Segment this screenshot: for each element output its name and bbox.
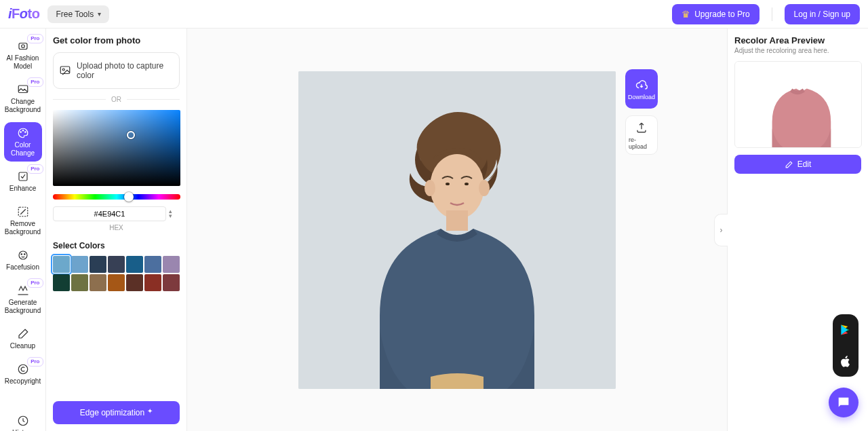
edge-label: Edge optimization (80, 408, 144, 417)
login-button[interactable]: Log in / Sign up (785, 4, 860, 24)
login-label: Log in / Sign up (794, 10, 850, 19)
pro-badge: Pro (27, 34, 43, 43)
color-swatch[interactable] (163, 256, 180, 273)
preview-title: Recolor Area Preview (734, 35, 861, 45)
color-swatch[interactable] (163, 274, 180, 291)
svg-point-8 (19, 251, 27, 259)
image-upload-icon (59, 64, 71, 77)
face-icon (16, 248, 30, 262)
chat-fab[interactable] (829, 388, 859, 417)
pro-badge: Pro (27, 357, 43, 367)
google-play-link[interactable] (833, 314, 859, 345)
svg-point-19 (479, 180, 490, 196)
nav-remove-background[interactable]: Remove Background (4, 201, 42, 240)
svg-point-1 (21, 45, 24, 48)
or-label: OR (111, 96, 121, 103)
reupload-button[interactable]: re-upload (625, 115, 658, 155)
hue-thumb[interactable] (124, 192, 134, 202)
hex-stepper[interactable]: ▴▾ (169, 206, 180, 221)
reupload-label: re-upload (629, 136, 654, 150)
nav-facefusion[interactable]: Facefusion (4, 244, 42, 276)
app-store-link[interactable] (833, 345, 859, 377)
color-swatch[interactable] (71, 256, 88, 273)
swatch-grid (53, 256, 180, 291)
color-panel: Get color from photo Upload photo to cap… (46, 29, 187, 431)
svg-point-10 (24, 254, 25, 255)
divider (772, 7, 772, 21)
color-swatch[interactable] (144, 256, 161, 273)
nav-label: Remove Background (5, 220, 41, 236)
logo[interactable]: iFoto (8, 6, 39, 22)
nav-label: Change Background (5, 98, 41, 114)
svg-rect-17 (446, 210, 468, 231)
or-divider: OR (53, 96, 180, 103)
color-swatch[interactable] (126, 256, 143, 273)
svg-point-3 (20, 132, 21, 133)
chat-icon (836, 395, 851, 410)
nav-color-change[interactable]: Color Change (4, 122, 42, 162)
panel-title: Get color from photo (53, 35, 180, 45)
svg-point-4 (22, 130, 24, 132)
upload-label: Upload photo to capture color (77, 61, 174, 80)
nav-label: Generate Background (5, 299, 41, 315)
preview-thumbnail[interactable] (734, 61, 862, 148)
svg-rect-2 (18, 86, 28, 93)
clock-icon (16, 414, 30, 428)
scissors-icon (16, 205, 30, 219)
color-swatch[interactable] (144, 274, 161, 291)
svg-rect-0 (19, 43, 27, 50)
cloud-download-icon (635, 79, 648, 91)
picker-thumb[interactable] (127, 131, 135, 139)
svg-point-5 (24, 132, 26, 133)
color-area-picker[interactable] (53, 110, 180, 186)
chevron-right-icon: › (720, 225, 723, 235)
top-header: iFoto Free Tools ▾ ♛ Upgrade to Pro Log … (0, 0, 868, 29)
edit-button[interactable]: Edit (734, 155, 861, 174)
nav-generate-background[interactable]: Pro Generate Background (4, 280, 42, 319)
svg-point-18 (425, 180, 435, 196)
download-label: Download (628, 94, 655, 100)
color-swatch[interactable] (126, 274, 143, 291)
pro-badge: Pro (27, 164, 43, 174)
hex-input[interactable] (53, 206, 166, 221)
edge-optimization-button[interactable]: Edge optimization ✦ (53, 401, 180, 424)
preview-subtitle: Adjust the recoloring area here. (734, 47, 861, 54)
svg-point-14 (62, 69, 64, 71)
nav-recopyright[interactable]: Pro Recopyright (4, 358, 42, 390)
hex-label: HEX (53, 224, 180, 231)
nav-enhance[interactable]: Pro Enhance (4, 166, 42, 197)
nav-cleanup[interactable]: Cleanup (4, 323, 42, 354)
nav-ai-fashion-model[interactable]: Pro AI Fashion Model (4, 35, 42, 75)
color-swatch[interactable] (90, 274, 106, 291)
download-button[interactable]: Download (625, 69, 658, 109)
nav-label: Facefusion (6, 263, 39, 271)
color-swatch[interactable] (71, 274, 88, 291)
nav-history[interactable]: History (4, 410, 42, 431)
upload-photo-button[interactable]: Upload photo to capture color (53, 52, 180, 89)
select-colors-title: Select Colors (53, 241, 180, 250)
pro-badge: Pro (27, 77, 43, 87)
upgrade-button[interactable]: ♛ Upgrade to Pro (672, 4, 759, 24)
vertical-nav: Pro AI Fashion Model Pro Change Backgrou… (0, 29, 46, 431)
nav-label: Recopyright (5, 377, 41, 386)
main-photo[interactable] (298, 71, 616, 389)
color-swatch[interactable] (53, 256, 70, 273)
crown-icon: ♛ (682, 10, 690, 19)
color-swatch[interactable] (108, 274, 125, 291)
hue-slider[interactable] (53, 194, 180, 200)
nav-label: Cleanup (10, 342, 35, 350)
svg-rect-6 (19, 172, 27, 181)
palette-icon (16, 126, 30, 140)
expand-preview-button[interactable]: › (714, 214, 728, 246)
sparkle-icon: ✦ (147, 407, 153, 415)
nav-label: Enhance (9, 185, 36, 193)
edit-label: Edit (797, 160, 812, 169)
canvas-actions: Download re-upload (625, 69, 658, 155)
free-tools-label: Free Tools (56, 10, 94, 19)
color-swatch[interactable] (90, 256, 106, 273)
free-tools-dropdown[interactable]: Free Tools ▾ (47, 5, 109, 23)
color-swatch[interactable] (108, 256, 125, 273)
svg-point-11 (18, 364, 28, 374)
nav-change-background[interactable]: Pro Change Background (4, 79, 42, 118)
color-swatch[interactable] (53, 274, 70, 291)
